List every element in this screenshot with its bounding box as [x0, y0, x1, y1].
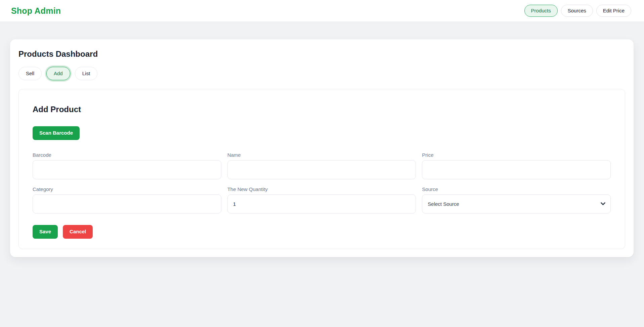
price-label: Price	[422, 152, 611, 158]
barcode-field-group: Barcode	[33, 152, 221, 179]
category-label: Category	[33, 186, 221, 192]
products-dashboard-card: Products Dashboard Sell Add List Add Pro…	[10, 39, 634, 257]
tab-sell[interactable]: Sell	[18, 67, 42, 80]
name-field-group: Name	[227, 152, 416, 179]
name-label: Name	[227, 152, 416, 158]
scan-barcode-button[interactable]: Scan Barcode	[33, 126, 80, 140]
top-navigation: Products Sources Edit Price	[524, 5, 631, 17]
tab-list[interactable]: List	[75, 67, 97, 80]
brand-title: Shop Admin	[11, 6, 61, 16]
nav-edit-price-button[interactable]: Edit Price	[596, 5, 631, 17]
barcode-label: Barcode	[33, 152, 221, 158]
nav-sources-button[interactable]: Sources	[561, 5, 593, 17]
scan-barcode-row: Scan Barcode	[33, 126, 611, 140]
category-input[interactable]	[33, 194, 221, 214]
source-field-group: Source Select Source	[422, 186, 611, 214]
barcode-input[interactable]	[33, 160, 221, 179]
add-product-title: Add Product	[33, 105, 611, 114]
quantity-field-group: The New Quantity	[227, 186, 416, 214]
quantity-input[interactable]	[227, 194, 416, 214]
cancel-button[interactable]: Cancel	[63, 225, 93, 239]
quantity-label: The New Quantity	[227, 186, 416, 192]
save-button[interactable]: Save	[33, 225, 58, 239]
source-label: Source	[422, 186, 611, 192]
top-header: Shop Admin Products Sources Edit Price	[0, 0, 644, 22]
dashboard-tabs: Sell Add List	[18, 67, 625, 80]
price-input[interactable]	[422, 160, 611, 179]
page-title: Products Dashboard	[18, 49, 625, 59]
name-input[interactable]	[227, 160, 416, 179]
tab-add[interactable]: Add	[46, 67, 70, 80]
add-product-panel: Add Product Scan Barcode Barcode Name Pr…	[18, 89, 625, 249]
price-field-group: Price	[422, 152, 611, 179]
source-select-wrapper: Select Source	[422, 194, 611, 214]
source-select[interactable]: Select Source	[422, 194, 611, 214]
add-product-form: Barcode Name Price Category The New Quan…	[33, 152, 611, 214]
nav-products-button[interactable]: Products	[524, 5, 558, 17]
form-actions: Save Cancel	[33, 225, 611, 239]
category-field-group: Category	[33, 186, 221, 214]
